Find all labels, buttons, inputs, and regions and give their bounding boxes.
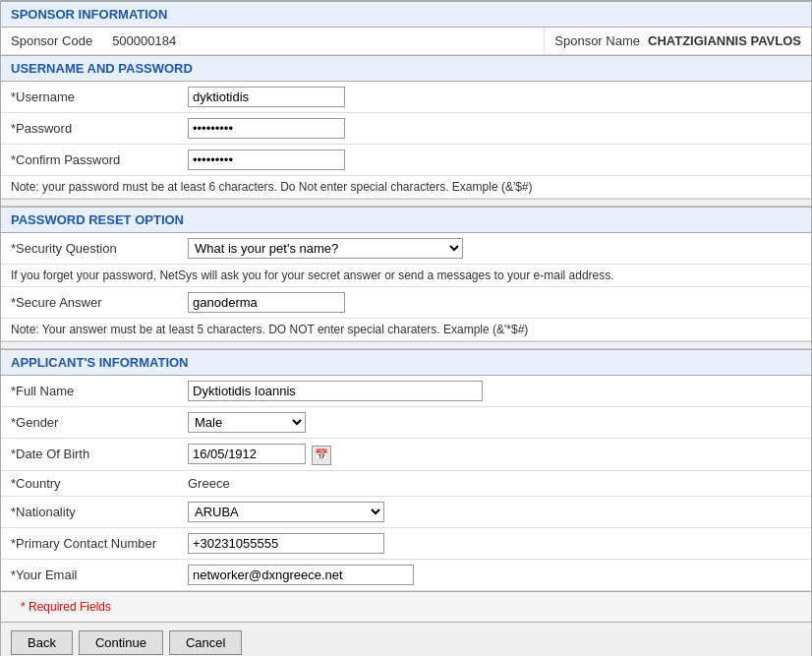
confirm-password-row: *Confirm Password — [1, 145, 811, 176]
primary-contact-label: *Primary Contact Number — [1, 527, 178, 559]
sponsor-info-header: SPONSOR INFORMATION — [1, 1, 811, 28]
password-note: Note: your password must be at least 6 c… — [1, 176, 811, 199]
sponsor-code-section: Sponsor Code 500000184 — [1, 28, 544, 54]
footer-buttons: Back Continue Cancel — [1, 622, 811, 656]
continue-button[interactable]: Continue — [79, 630, 163, 655]
answer-note: Note: Your answer must be at least 5 cha… — [1, 319, 811, 341]
sponsor-name-section: Sponsor Name CHATZIGIANNIS PAVLOS — [544, 28, 811, 54]
confirm-password-input-cell — [178, 145, 748, 176]
gender-label: *Gender — [1, 407, 178, 439]
primary-contact-input-cell — [178, 527, 774, 559]
password-note-row: Note: your password must be at least 6 c… — [1, 176, 811, 199]
username-form-table: *Username *Password *Confirm Password No… — [1, 82, 811, 199]
dob-input[interactable] — [188, 444, 306, 464]
username-input[interactable] — [188, 87, 345, 107]
required-note-row: * Required Fields — [1, 591, 811, 622]
security-question-row: *Security Question What is your pet's na… — [1, 233, 811, 265]
sponsor-name-value: CHATZIGIANNIS PAVLOS — [648, 33, 801, 48]
security-question-input-cell: What is your pet's name? What is your mo… — [178, 233, 772, 265]
country-value: Greece — [188, 476, 230, 491]
email-label: *Your Email — [1, 559, 178, 590]
secure-answer-label: *Secure Answer — [1, 287, 178, 319]
secure-answer-input[interactable] — [188, 292, 345, 313]
password-reset-info-note: If you forget your password, NetSys will… — [1, 265, 811, 287]
sponsor-name-label: Sponsor Name — [554, 33, 640, 48]
password-input-cell — [178, 113, 748, 145]
section-divider-1 — [1, 199, 811, 207]
security-question-select[interactable]: What is your pet's name? What is your mo… — [188, 238, 463, 259]
calendar-icon[interactable]: 📅 — [312, 446, 331, 465]
back-button[interactable]: Back — [11, 630, 73, 655]
nationality-input-cell: ARUBA GREECE USA OTHER — [178, 496, 774, 527]
required-note: * Required Fields — [11, 594, 121, 620]
full-name-input-cell — [178, 376, 774, 407]
primary-contact-input[interactable] — [188, 533, 384, 554]
confirm-password-input[interactable] — [188, 149, 345, 170]
country-label: *Country — [1, 470, 178, 496]
username-input-cell — [178, 82, 748, 113]
email-input[interactable] — [188, 565, 414, 585]
country-row: *Country Greece — [1, 470, 811, 496]
sponsor-code-value: 500000184 — [112, 33, 176, 48]
primary-contact-row: *Primary Contact Number — [1, 527, 811, 559]
password-reset-info-row: If you forget your password, NetSys will… — [1, 265, 811, 287]
section-divider-2 — [1, 341, 811, 349]
confirm-password-label: *Confirm Password — [1, 145, 178, 176]
password-label: *Password — [1, 113, 178, 145]
password-reset-header: PASSWORD RESET OPTION — [1, 207, 811, 233]
applicant-info-header: APPLICANT'S INFORMATION — [1, 349, 811, 376]
gender-input-cell: Male Female — [178, 407, 774, 439]
username-row: *Username — [1, 82, 811, 113]
nationality-select[interactable]: ARUBA GREECE USA OTHER — [188, 502, 384, 522]
dob-row: *Date Of Birth 📅 — [1, 439, 811, 471]
dob-label: *Date Of Birth — [1, 439, 178, 471]
dob-input-cell: 📅 — [178, 439, 774, 471]
nationality-row: *Nationality ARUBA GREECE USA OTHER — [1, 496, 811, 527]
username-label: *Username — [1, 82, 178, 113]
password-input[interactable] — [188, 118, 345, 139]
full-name-input[interactable] — [188, 381, 483, 401]
email-row: *Your Email — [1, 559, 811, 590]
gender-row: *Gender Male Female — [1, 407, 811, 439]
full-name-row: *Full Name — [1, 376, 811, 407]
email-input-cell — [178, 559, 774, 590]
secure-answer-input-cell — [178, 287, 772, 319]
nationality-label: *Nationality — [1, 496, 178, 527]
sponsor-code-label: Sponsor Code — [11, 33, 92, 48]
password-reset-table: *Security Question What is your pet's na… — [1, 233, 811, 341]
gender-select[interactable]: Male Female — [188, 412, 306, 433]
country-value-cell: Greece — [178, 470, 774, 496]
applicant-form-table: *Full Name *Gender Male Female *Date Of … — [1, 376, 811, 591]
username-section-header: USERNAME AND PASSWORD — [1, 55, 811, 82]
answer-note-row: Note: Your answer must be at least 5 cha… — [1, 319, 811, 341]
password-row: *Password — [1, 113, 811, 145]
cancel-button[interactable]: Cancel — [169, 630, 242, 655]
full-name-label: *Full Name — [1, 376, 178, 407]
sponsor-info-row: Sponsor Code 500000184 Sponsor Name CHAT… — [1, 28, 811, 55]
secure-answer-row: *Secure Answer — [1, 287, 811, 319]
security-question-label: *Security Question — [1, 233, 178, 265]
